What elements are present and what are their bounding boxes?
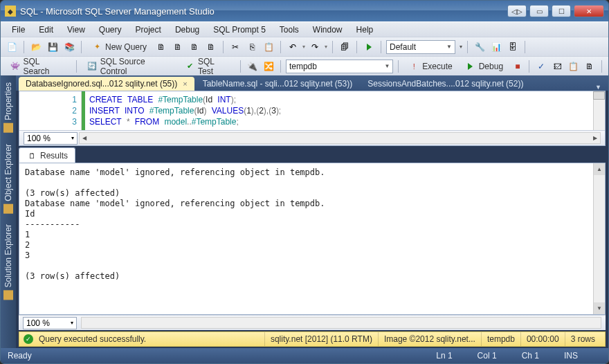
paste-icon[interactable]: 📋 bbox=[262, 40, 275, 54]
menu-project[interactable]: Project bbox=[130, 24, 167, 36]
close-button[interactable]: ✕ bbox=[574, 5, 604, 17]
maximize-button[interactable]: ☐ bbox=[552, 5, 571, 17]
nav-back-icon[interactable]: 🗐 bbox=[338, 40, 352, 54]
chevron-down-icon: ▼ bbox=[384, 63, 390, 69]
new-project-icon[interactable]: 📄 bbox=[5, 40, 19, 54]
status-time: 00:00:00 bbox=[520, 332, 565, 346]
registered-servers-icon[interactable]: 🗄 bbox=[506, 40, 520, 54]
scroll-up-icon[interactable]: ▲ bbox=[594, 163, 605, 175]
menu-query[interactable]: Query bbox=[93, 24, 127, 36]
debug-label: Debug bbox=[479, 62, 503, 71]
menu-view[interactable]: View bbox=[62, 24, 91, 36]
menu-help[interactable]: Help bbox=[351, 24, 379, 36]
dmx-query-icon[interactable]: 🗎 bbox=[188, 40, 201, 54]
editor-hscroll[interactable]: ◀ ▶ bbox=[79, 132, 601, 144]
execute-icon: ! bbox=[408, 61, 419, 72]
results-tab[interactable]: 🗒 Results bbox=[19, 147, 75, 163]
undo-icon[interactable]: ↶ bbox=[286, 40, 300, 54]
config-dropdown-icon[interactable]: ▾ bbox=[460, 44, 462, 50]
scroll-right-icon[interactable]: ▶ bbox=[590, 135, 600, 141]
intellisense-icon[interactable]: 🗎 bbox=[583, 60, 597, 73]
menu-tools[interactable]: Tools bbox=[274, 24, 304, 36]
activity-icon[interactable]: 📊 bbox=[489, 40, 503, 54]
sql-test-icon: ✔ bbox=[184, 61, 194, 72]
rail-label: Properties bbox=[3, 82, 13, 120]
parse-icon[interactable]: ✓ bbox=[534, 60, 547, 73]
stop-icon[interactable]: ■ bbox=[511, 60, 524, 73]
doc-tab-active[interactable]: DatabaseIgnored.sql...012 sqlity.net (55… bbox=[19, 77, 194, 91]
separator bbox=[280, 41, 281, 53]
mdx-query-icon[interactable]: 🗎 bbox=[171, 40, 185, 54]
start-icon[interactable] bbox=[362, 40, 376, 54]
line-gutter: 1 2 3 bbox=[19, 91, 82, 130]
query-status-bar: ✓ Query executed successfully. sqlity.ne… bbox=[19, 331, 606, 347]
change-connection-icon[interactable]: 🔀 bbox=[262, 60, 275, 73]
solution-explorer-icon bbox=[3, 291, 13, 300]
results-text[interactable]: Database name 'model' ignored, referenci… bbox=[19, 163, 593, 314]
redo-icon[interactable]: ↷ bbox=[308, 40, 322, 54]
menu-window[interactable]: Window bbox=[307, 24, 348, 36]
query-options-icon[interactable]: 📋 bbox=[567, 60, 580, 73]
execute-button[interactable]: ! Execute bbox=[403, 59, 457, 74]
save-all-icon[interactable]: 📚 bbox=[62, 40, 76, 54]
results-hscroll[interactable] bbox=[81, 317, 601, 329]
solution-config-combo[interactable]: Default ▼ bbox=[386, 40, 455, 54]
editor-vscroll[interactable] bbox=[593, 91, 605, 130]
results-zoom-combo[interactable]: 100 % ▾ bbox=[23, 317, 77, 329]
separator bbox=[601, 60, 602, 73]
help-button-icon[interactable]: ◁▷ bbox=[507, 5, 527, 17]
open-icon[interactable]: 📂 bbox=[29, 40, 43, 54]
separator bbox=[332, 41, 333, 53]
doc-tab-label: SessionsAndBatches....012 sqlity.net (52… bbox=[367, 79, 523, 89]
menu-edit[interactable]: Edit bbox=[33, 24, 59, 36]
close-tab-icon[interactable]: × bbox=[183, 80, 187, 88]
tab-overflow-icon[interactable]: ▼ bbox=[591, 84, 606, 91]
rail-tab-object-explorer[interactable]: Object Explorer bbox=[2, 141, 15, 217]
status-server: sqlity.net [2012] (11.0 RTM) bbox=[264, 332, 378, 346]
zoom-combo[interactable]: 100 % ▾ bbox=[24, 132, 78, 145]
source-control-icon: 🔄 bbox=[87, 61, 98, 72]
new-query-label: New Query bbox=[105, 42, 147, 52]
code-area[interactable]: CREATE TABLE #TempTable(Id INT); INSERT … bbox=[85, 91, 593, 130]
doc-tab[interactable]: TableName.sql - sqli...012 sqlity.net (5… bbox=[196, 77, 360, 91]
sql-source-control-label: SQL Source Control bbox=[100, 57, 172, 76]
line-number: 2 bbox=[19, 105, 77, 116]
status-rows: 3 rows bbox=[565, 332, 601, 346]
document-tabs: DatabaseIgnored.sql...012 sqlity.net (55… bbox=[16, 75, 608, 91]
database-combo[interactable]: tempdb ▼ bbox=[286, 60, 394, 73]
separator bbox=[76, 60, 77, 73]
toolbar-main: 📄 📂 💾 📚 ✦ New Query 🗎 🗎 🗎 🗎 ✂ ⎘ 📋 ↶ ▾ ↷ … bbox=[1, 37, 608, 56]
redo-dropdown-icon[interactable]: ▾ bbox=[325, 44, 327, 50]
doc-tab[interactable]: SessionsAndBatches....012 sqlity.net (52… bbox=[361, 77, 530, 91]
new-query-button[interactable]: ✦ New Query bbox=[87, 39, 152, 55]
rail-tab-properties[interactable]: Properties bbox=[2, 80, 15, 136]
save-icon[interactable]: 💾 bbox=[46, 40, 60, 54]
results-panel: 🗒 Results Database name 'model' ignored,… bbox=[19, 147, 606, 330]
scroll-down-icon[interactable]: ▼ bbox=[594, 302, 605, 314]
scroll-left-icon[interactable]: ◀ bbox=[80, 135, 89, 141]
menu-debug[interactable]: Debug bbox=[170, 24, 205, 36]
connect-icon[interactable]: 🔌 bbox=[246, 60, 259, 73]
xmla-query-icon[interactable]: 🗎 bbox=[204, 40, 218, 54]
menu-sqlprompt[interactable]: SQL Prompt 5 bbox=[208, 24, 271, 36]
status-ch: Ch 1 bbox=[509, 351, 552, 361]
sql-search-button[interactable]: 👾 SQL Search bbox=[5, 59, 71, 74]
split-box-icon[interactable] bbox=[593, 91, 605, 100]
sql-test-button[interactable]: ✔ SQL Test bbox=[179, 59, 235, 74]
left-rail: Properties Object Explorer Solution Expl… bbox=[1, 75, 16, 348]
rail-tab-solution-explorer[interactable]: Solution Explorer bbox=[2, 221, 15, 302]
results-vscroll[interactable]: ▲ ▼ bbox=[593, 163, 605, 314]
results-zoom-bar: 100 % ▾ bbox=[19, 315, 606, 330]
copy-icon[interactable]: ⎘ bbox=[245, 40, 259, 54]
db-engine-query-icon[interactable]: 🗎 bbox=[154, 40, 168, 54]
find-icon[interactable]: 🔧 bbox=[473, 40, 487, 54]
status-ins: INS bbox=[552, 351, 590, 361]
cut-icon[interactable]: ✂ bbox=[228, 40, 242, 54]
menu-file[interactable]: File bbox=[6, 24, 30, 36]
status-image: Image ©2012 sqlity.net... bbox=[378, 332, 481, 346]
debug-button[interactable]: Debug bbox=[460, 59, 508, 74]
minimize-button[interactable]: ▭ bbox=[529, 5, 549, 17]
sql-source-control-button[interactable]: 🔄 SQL Source Control bbox=[82, 59, 176, 74]
display-plan-icon[interactable]: 🗠 bbox=[551, 60, 564, 73]
undo-dropdown-icon[interactable]: ▾ bbox=[302, 44, 305, 50]
